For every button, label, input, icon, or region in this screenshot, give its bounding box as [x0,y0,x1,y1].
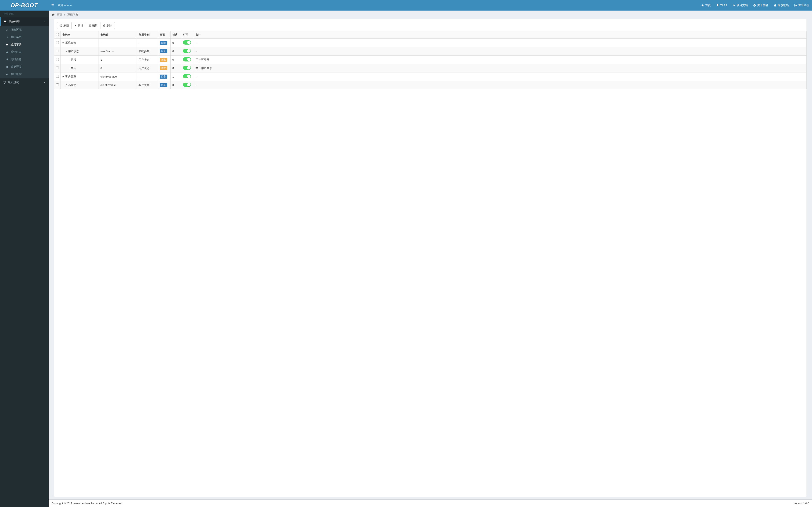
plus-icon [74,24,77,27]
breadcrumb: 首页 > 通用字典 [49,11,812,19]
edit-button[interactable]: 编辑 [86,22,100,29]
cell-remark: 用户可登录 [194,56,807,64]
enable-toggle[interactable] [183,40,191,45]
nav-home[interactable]: 首页 [699,0,713,11]
enable-toggle[interactable] [183,74,191,78]
sidebar-title: 导航菜单 [0,11,49,17]
table-row[interactable]: 系统参数--目录0- [54,39,807,47]
desktop-icon [3,81,6,84]
nav-logout[interactable]: 退出系统 [792,0,812,11]
cell-value: - [99,39,137,47]
sidebar-item-dev[interactable]: 敏捷开发 [0,63,49,70]
cell-category: 系统参数 [137,47,158,56]
sidebar-item-monitor[interactable]: 系统监控 [0,70,49,78]
nav-docs[interactable]: 项目文档 [730,0,751,11]
nav-tabs[interactable]: TABS [713,0,730,11]
cell-check [54,56,61,64]
type-badge: 目录 [160,49,167,53]
sidebar-item-region[interactable]: 行政区域 [0,26,49,34]
row-name: 客户关系 [65,75,76,78]
sidebar-item-org[interactable]: 组织机构 [0,78,49,87]
enable-toggle[interactable] [183,82,191,87]
refresh-button[interactable]: 刷新 [57,22,72,29]
cell-enable [181,39,194,47]
cell-sort: 0 [171,81,181,89]
add-button[interactable]: 新增 [71,22,86,29]
tree-toggle-icon[interactable] [62,76,64,77]
row-checkbox[interactable] [56,58,59,61]
type-badge: 目录 [160,41,167,45]
svg-rect-16 [7,66,8,68]
sidebar-item-menu[interactable]: 系统菜单 [0,34,49,41]
brand-text: DP-BOOT [11,2,38,9]
copyright: Copyright © 2017 www.chenlintech.com All… [52,502,122,505]
edit-icon [89,24,91,27]
table-row[interactable]: 产品信息clientProduct客户关系目录0- [54,81,807,89]
logout-icon [794,4,797,7]
cell-type: 参数 [158,64,171,72]
brand-logo[interactable]: DP-BOOT [0,0,49,11]
enable-toggle[interactable] [183,57,191,61]
cell-sort: 0 [171,47,181,56]
row-name: 正常 [71,58,77,61]
sidebar-item-task[interactable]: 定时任务 [0,56,49,63]
check-all[interactable] [56,33,59,36]
home-icon[interactable] [52,13,55,16]
edit-label: 编辑 [92,24,98,27]
cell-type: 目录 [158,47,171,56]
trash-icon [103,24,105,27]
cell-category: 用户状态 [137,56,158,64]
tree-toggle-icon[interactable] [65,51,67,52]
table-row[interactable]: 正常1用户状态参数0用户可登录 [54,56,807,64]
enable-toggle[interactable] [183,49,191,53]
th-name[interactable]: 参数名 [61,31,99,39]
breadcrumb-home[interactable]: 首页 [57,13,62,17]
row-checkbox[interactable] [56,41,59,44]
delete-button[interactable]: 删除 [100,22,115,29]
enable-toggle[interactable] [183,66,191,70]
sidebar-item-system[interactable]: 系统管理 [0,17,49,26]
sidebar-item-dict[interactable]: 通用字典 [0,41,49,48]
th-remark[interactable]: 备注 [194,31,807,39]
cell-type: 目录 [158,39,171,47]
menu-toggle-icon[interactable] [51,4,54,7]
th-value[interactable]: 参数值 [99,31,137,39]
eye-icon [6,73,8,76]
nav-password[interactable]: 修改密码 [771,0,792,11]
th-category[interactable]: 所属类别 [137,31,158,39]
table-row[interactable]: 禁用0用户状态参数0禁止用户登录 [54,64,807,72]
home-icon [701,4,704,7]
th-check [54,31,61,39]
row-checkbox[interactable] [56,50,59,52]
tree-toggle-icon[interactable] [62,43,64,44]
cell-remark: - [194,39,807,47]
row-name: 用户状态 [68,50,79,53]
sidebar-item-label: 系统日志 [11,50,21,54]
cell-remark: - [194,72,807,81]
table-row[interactable]: 用户状态userStatus系统参数目录0- [54,47,807,56]
cell-category: - [137,72,158,81]
th-enable[interactable]: 可用 [181,31,194,39]
cell-value: clientManage [99,72,137,81]
row-checkbox[interactable] [56,75,59,78]
nav-home-label: 首页 [705,3,711,7]
cell-remark: - [194,47,807,56]
cell-remark: 禁止用户登录 [194,64,807,72]
svg-rect-8 [4,21,6,22]
chevron-down-icon [44,21,46,23]
row-checkbox[interactable] [56,66,59,69]
header-left: 欢迎 admin [49,3,72,7]
toolbar: 刷新 新增 编辑 删除 [54,19,807,31]
nav-about-label: 关于作者 [757,3,768,7]
sidebar-item-label: 行政区域 [11,28,21,32]
row-checkbox[interactable] [56,83,59,86]
th-type[interactable]: 类型 [158,31,171,39]
add-label: 新增 [78,24,83,27]
nav-about[interactable]: 关于作者 [751,0,771,11]
sidebar-item-log[interactable]: 系统日志 [0,48,49,56]
svg-rect-9 [5,22,5,23]
cell-name: 客户关系 [61,72,99,81]
table-row[interactable]: 客户关系clientManage-目录1- [54,72,807,81]
sidebar: 导航菜单 系统管理 行政区域 系统菜单 通用字典 系统日志 [0,11,49,507]
th-sort[interactable]: 排序 [171,31,181,39]
